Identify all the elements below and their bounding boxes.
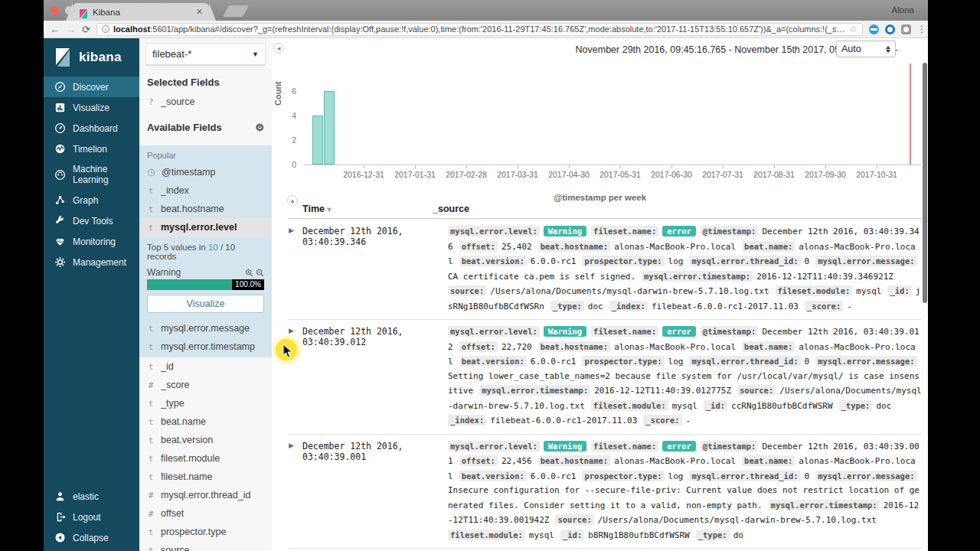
browser-tab[interactable]: Kibana ✕: [73, 3, 209, 21]
field-item-prospector.type[interactable]: tprospector.type: [139, 523, 272, 541]
doc-field-name: _type:: [550, 301, 584, 311]
sidebar-item-machine-learning[interactable]: Machine Learning: [44, 159, 139, 190]
bookmark-star-icon[interactable]: ☆: [849, 24, 858, 34]
records-link[interactable]: 10: [208, 243, 218, 252]
table-row: ▶December 12th 2016, 03:40:39.346mysql.e…: [289, 220, 922, 320]
x-tick: [364, 165, 364, 168]
new-tab-button[interactable]: [223, 5, 249, 17]
field-item-_type[interactable]: t_type: [139, 394, 272, 412]
browser-profile-name: Alona: [892, 5, 914, 15]
doc-field-value: 22,720: [501, 342, 532, 352]
field-item-_index[interactable]: t_index: [139, 181, 272, 200]
field-name: _source: [161, 96, 194, 107]
field-item-offset[interactable]: #offset: [139, 504, 272, 523]
discover-main: ◄ November 29th 2016, 09:45:16.765 - Nov…: [272, 38, 928, 551]
expand-row-icon[interactable]: ▶: [289, 439, 302, 543]
field-type-icon: t: [147, 527, 155, 537]
x-tick-label: 2017-10-31: [846, 170, 907, 179]
sidebar-item-label: Management: [73, 257, 126, 268]
field-item-mysql.error.level[interactable]: tmysql.error.level: [139, 218, 272, 236]
doc-field-name: _index:: [609, 301, 648, 311]
scrollbar-thumb[interactable]: [923, 63, 927, 303]
doc-field-value: -: [686, 416, 691, 425]
sidebar-item-collapse[interactable]: Collapse: [44, 527, 139, 548]
field-name: mysql.error.timestamp: [161, 341, 255, 352]
browser-window: Kibana ✕ Alona ← → ⟳ i localhost:5601/ap…: [44, 0, 928, 551]
doc-field-value-badge: Warning: [544, 226, 586, 236]
expand-row-icon[interactable]: ▶: [289, 224, 302, 314]
page-info-icon[interactable]: i: [102, 25, 109, 33]
field-item-_score[interactable]: #_score: [139, 376, 272, 394]
extension-icon-3[interactable]: [901, 24, 911, 34]
time-range-end-line: [910, 64, 911, 165]
row-time: December 12th 2016, 03:40:39.346: [302, 224, 448, 314]
doc-field-value-badge: error: [662, 326, 696, 337]
tab-close-icon[interactable]: ✕: [196, 7, 203, 17]
doc-field-name: fileset.module:: [448, 530, 525, 540]
back-icon[interactable]: ←: [50, 24, 60, 34]
sidebar-item-dashboard[interactable]: Dashboard: [44, 118, 139, 139]
doc-field-value: 0: [805, 471, 810, 481]
sidebar-item-label: Collapse: [73, 533, 109, 543]
filter-out-value-icon[interactable]: [256, 269, 264, 277]
kibana-logo[interactable]: kibana: [44, 38, 139, 77]
sidebar-item-elastic[interactable]: elastic: [44, 486, 139, 507]
sidebar-item-graph[interactable]: Graph: [44, 190, 139, 210]
doc-field-name: @timestamp:: [701, 326, 759, 337]
field-item-source[interactable]: tsource: [139, 541, 272, 551]
forward-icon[interactable]: →: [66, 24, 76, 34]
sidebar-item-discover[interactable]: Discover: [44, 77, 139, 97]
doc-field-name: _index:: [448, 415, 486, 425]
doc-field-name: prospector.type:: [582, 356, 664, 367]
filter-for-value-icon[interactable]: [245, 269, 253, 277]
field-item-fileset.module[interactable]: tfileset.module: [139, 449, 272, 468]
extension-icon-1[interactable]: [869, 24, 879, 34]
field-settings-gear-icon[interactable]: ⚙: [255, 122, 264, 133]
field-type-icon: t: [147, 399, 155, 409]
field-item-fileset.name[interactable]: tfileset.name: [139, 468, 272, 486]
sidebar-item-management[interactable]: Management: [44, 252, 139, 272]
field-name: _id: [161, 361, 174, 372]
close-window-button[interactable]: [51, 6, 59, 15]
field-item-mysql.error.thread_id[interactable]: #mysql.error.thread_id: [139, 486, 272, 504]
field-item-beat.name[interactable]: tbeat.name: [139, 412, 272, 431]
field-item-mysql.error.timestamp[interactable]: tmysql.error.timestamp: [139, 337, 272, 356]
address-bar[interactable]: i localhost:5601/app/kibana#/discover?_g…: [96, 23, 863, 36]
screen: Kibana ✕ Alona ← → ⟳ i localhost:5601/ap…: [0, 0, 980, 551]
doc-field-name: offset:: [459, 341, 498, 352]
field-item-_source[interactable]: ?_source: [139, 93, 272, 111]
reload-icon[interactable]: ⟳: [82, 24, 90, 34]
sidebar-item-dev-tools[interactable]: Dev Tools: [44, 210, 139, 231]
index-pattern-select[interactable]: filebeat-* ▼: [145, 43, 266, 66]
field-type-icon: t: [147, 546, 155, 551]
table-row: ▶December 12th 2016, 03:40:39.012mysql.e…: [289, 320, 922, 435]
sidebar-item-timelion[interactable]: Timelion: [44, 139, 139, 159]
column-header-time[interactable]: Time ▾: [302, 204, 331, 214]
field-item-beat.hostname[interactable]: tbeat.hostname: [139, 200, 272, 218]
doc-field-name: _id:: [560, 530, 584, 540]
doc-field-name: fileset.name:: [591, 226, 658, 236]
sidebar-item-monitoring[interactable]: Monitoring: [44, 231, 139, 252]
field-type-icon: t: [147, 362, 155, 372]
sidebar-item-logout[interactable]: Logout: [44, 507, 139, 527]
field-item-_id[interactable]: t_id: [139, 357, 272, 376]
sidebar-item-label: Logout: [73, 512, 101, 523]
histogram-bar-2016-12-11[interactable]: [312, 116, 323, 165]
field-item-beat.version[interactable]: tbeat.version: [139, 431, 272, 449]
sidebar-item-visualize[interactable]: Visualize: [44, 97, 139, 118]
field-type-icon: t: [147, 342, 155, 352]
histogram-bar-2016-12-18[interactable]: [324, 91, 335, 165]
kibana-logo-icon: [53, 47, 73, 67]
field-item-@timestamp[interactable]: @timestamp: [139, 163, 272, 181]
browser-menu-icon[interactable]: ⋮: [917, 28, 922, 31]
doc-field-name: fileset.module:: [776, 285, 853, 296]
field-item-mysql.error.message[interactable]: tmysql.error.message: [139, 319, 272, 337]
doc-field-value: do: [733, 530, 743, 540]
field-name: mysql.error.thread_id: [161, 490, 250, 500]
extension-icon-2[interactable]: [885, 24, 895, 34]
doc-field-value: doc: [588, 302, 603, 311]
kibana-app: kibana DiscoverVisualizeDashboardTimelio…: [44, 38, 928, 551]
visualize-button[interactable]: Visualize: [147, 295, 264, 313]
interval-select[interactable]: Auto: [836, 41, 896, 57]
x-axis-title: @timestamp per week: [272, 193, 928, 202]
